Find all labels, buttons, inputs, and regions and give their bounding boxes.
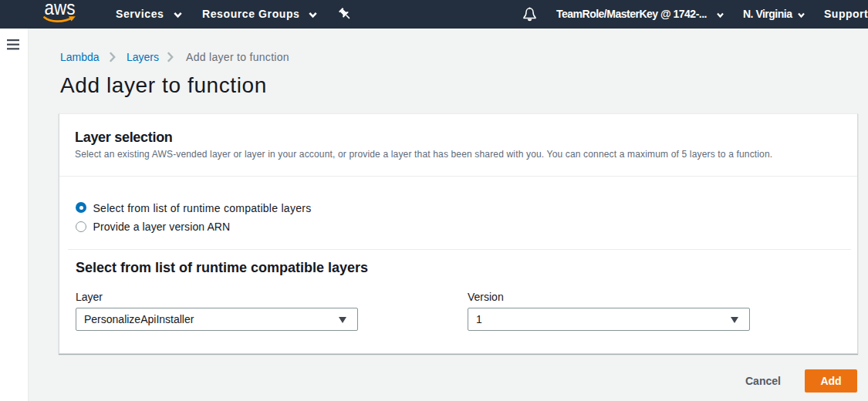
svg-text:aws: aws <box>45 0 76 19</box>
